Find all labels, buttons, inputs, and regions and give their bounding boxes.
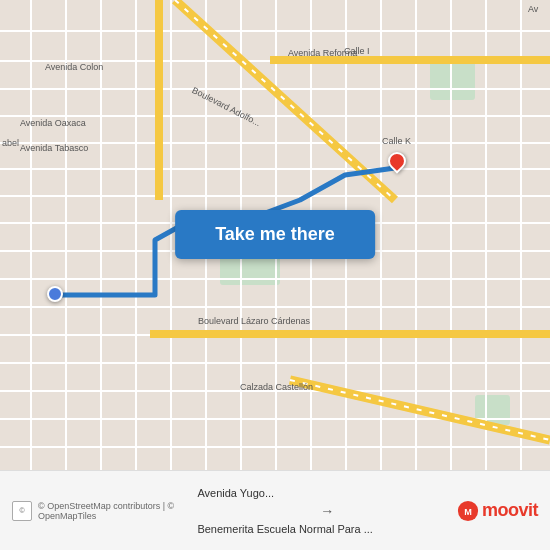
route-from-row: Avenida Yugo...: [197, 487, 457, 499]
route-to-label: Benemerita Escuela Normal Para ...: [197, 523, 372, 535]
bottom-bar: © © OpenStreetMap contributors | © OpenM…: [0, 470, 550, 550]
label-calle-i: Calle I: [344, 46, 370, 56]
label-abel: abel: [2, 138, 19, 148]
osm-logo: ©: [12, 501, 32, 521]
label-av-top-right: Av: [528, 4, 538, 14]
label-avenida-colon: Avenida Colon: [45, 62, 103, 72]
destination-marker: [388, 152, 406, 170]
attribution-text: © OpenStreetMap contributors | © OpenMap…: [38, 501, 197, 521]
moovit-brand-text: moovit: [482, 500, 538, 521]
moovit-logo: M moovit: [457, 500, 538, 522]
origin-marker: [47, 286, 63, 302]
label-boulevard-cardenas: Boulevard Lázaro Cárdenas: [198, 316, 310, 326]
map-container: Avenida Colon Avenida Oaxaca Avenida Tab…: [0, 0, 550, 470]
take-me-there-button[interactable]: Take me there: [175, 210, 375, 259]
label-calzada-castellon: Calzada Castellón: [240, 382, 313, 392]
route-to-row: Benemerita Escuela Normal Para ...: [197, 523, 457, 535]
label-avenida-oaxaca: Avenida Oaxaca: [20, 118, 86, 128]
moovit-icon: M: [457, 500, 479, 522]
attribution-section: © © OpenStreetMap contributors | © OpenM…: [12, 501, 197, 521]
route-info: Avenida Yugo... → Benemerita Escuela Nor…: [197, 487, 457, 535]
label-avenida-tabasco: Avenida Tabasco: [20, 143, 88, 153]
svg-text:M: M: [464, 506, 472, 516]
route-arrow: →: [320, 503, 334, 519]
destination-pin-shape: [384, 148, 409, 173]
route-from-label: Avenida Yugo...: [197, 487, 274, 499]
label-calle-k: Calle K: [382, 136, 411, 146]
